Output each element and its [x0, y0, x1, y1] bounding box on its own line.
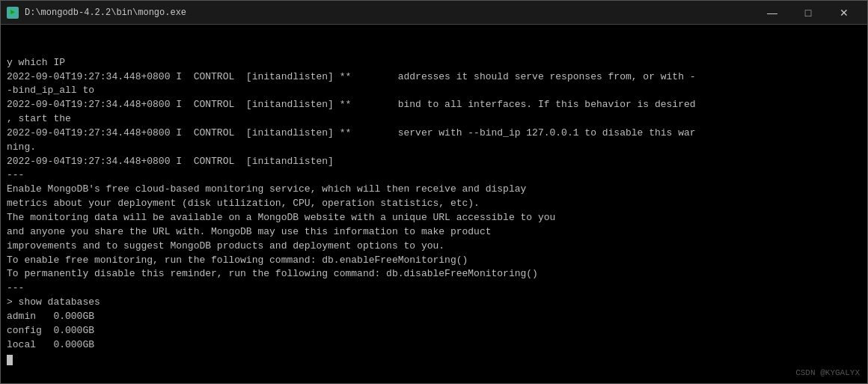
prompt-cursor: [7, 355, 13, 365]
terminal-line: 2022-09-04T19:27:34.448+0800 I CONTROL […: [7, 127, 861, 141]
terminal-body[interactable]: y which IP2022-09-04T19:27:34.448+0800 I…: [1, 25, 867, 383]
terminal-line: config 0.000GB: [7, 324, 861, 338]
terminal-line: and anyone you share the URL with. Mongo…: [7, 225, 861, 240]
title-bar: ► D:\mongodb-4.2.2\bin\mongo.exe — □ ✕: [1, 1, 867, 25]
terminal-output: y which IP2022-09-04T19:27:34.448+0800 I…: [7, 28, 861, 352]
terminal-line: 2022-09-04T19:27:34.448+0800 I CONTROL […: [7, 155, 861, 169]
watermark: CSDN @KYGALYX: [795, 368, 860, 377]
window-controls: — □ ✕: [755, 1, 861, 25]
close-button[interactable]: ✕: [827, 1, 861, 25]
maximize-button[interactable]: □: [791, 1, 825, 25]
terminal-line: metrics about your deployment (disk util…: [7, 197, 861, 211]
terminal-line: improvements and to suggest MongoDB prod…: [7, 240, 861, 254]
terminal-line: To permanently disable this reminder, ru…: [7, 267, 861, 281]
prompt-line: [7, 353, 861, 368]
terminal-line: Enable MongoDB's free cloud-based monito…: [7, 183, 861, 197]
terminal-line: To enable free monitoring, run the follo…: [7, 254, 861, 268]
terminal-line: > show databases: [7, 296, 861, 310]
terminal-line: , start the: [7, 112, 861, 127]
terminal-line: 2022-09-04T19:27:34.448+0800 I CONTROL […: [7, 98, 861, 112]
terminal-line: y which IP: [7, 56, 861, 70]
terminal-line: ---: [7, 281, 861, 296]
app-icon: ►: [7, 7, 19, 19]
terminal-line: ---: [7, 168, 861, 183]
minimize-button[interactable]: —: [755, 1, 789, 25]
terminal-line: ning.: [7, 141, 861, 155]
terminal-line: 2022-09-04T19:27:34.448+0800 I CONTROL […: [7, 70, 861, 85]
terminal-line: The monitoring data will be available on…: [7, 211, 861, 225]
window-title: D:\mongodb-4.2.2\bin\mongo.exe: [25, 7, 755, 18]
terminal-line: admin 0.000GB: [7, 310, 861, 324]
terminal-window: ► D:\mongodb-4.2.2\bin\mongo.exe — □ ✕ y…: [0, 0, 868, 384]
terminal-line: local 0.000GB: [7, 338, 861, 353]
terminal-line: -bind_ip_all to: [7, 84, 861, 98]
